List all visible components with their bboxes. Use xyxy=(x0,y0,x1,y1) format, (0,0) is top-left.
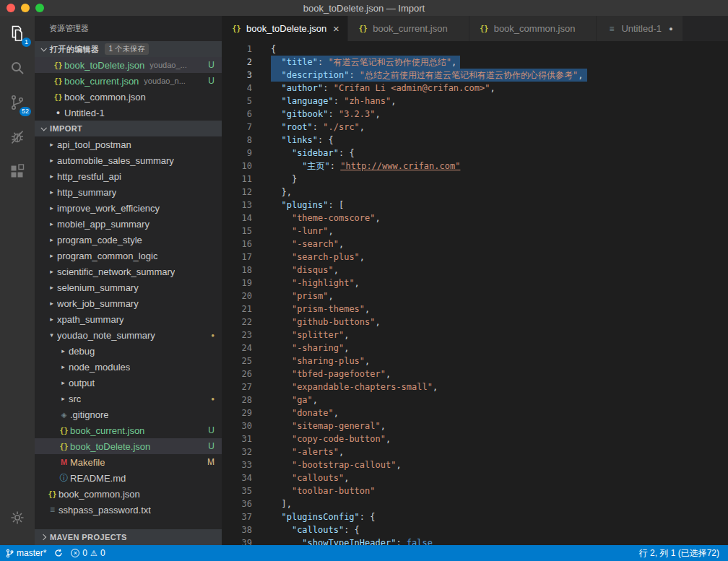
line-number[interactable]: 23 xyxy=(222,329,252,342)
tree-folder-automobile_sales_summary[interactable]: ▸automobile_sales_summary xyxy=(35,152,222,168)
line-number[interactable]: 32 xyxy=(222,445,252,458)
code-line[interactable]: 23 "splitter", xyxy=(222,329,728,342)
tree-folder-output[interactable]: ▸output xyxy=(35,375,222,391)
tree-folder-improve_work_efficiency[interactable]: ▸improve_work_efficiency xyxy=(35,200,222,216)
line-number[interactable]: 28 xyxy=(222,393,252,406)
tree-file-book_toDelete.json[interactable]: {}book_toDelete.jsonU xyxy=(35,438,222,454)
line-number[interactable]: 5 xyxy=(222,95,252,108)
code-line[interactable]: 32 "-alerts", xyxy=(222,445,728,458)
tab-Untitled-1[interactable]: ≡Untitled-1● xyxy=(597,16,683,41)
tab-book_toDelete.json[interactable]: {}book_toDelete.json× xyxy=(222,16,348,41)
zoom-window-button[interactable] xyxy=(35,4,44,12)
minimize-window-button[interactable] xyxy=(21,4,30,12)
line-number[interactable]: 12 xyxy=(222,186,252,199)
line-number[interactable]: 36 xyxy=(222,497,252,510)
code-line[interactable]: 33 "-bootstrap-callout", xyxy=(222,458,728,471)
line-number[interactable]: 7 xyxy=(222,121,252,134)
line-number[interactable]: 13 xyxy=(222,199,252,212)
tree-file-book_current.json[interactable]: {}book_current.jsonU xyxy=(35,422,222,438)
open-editors-header[interactable]: 打开的编辑器 1 个未保存 xyxy=(35,41,222,57)
tree-folder-api_tool_postman[interactable]: ▸api_tool_postman xyxy=(35,136,222,152)
tree-folder-debug[interactable]: ▸debug xyxy=(35,343,222,359)
code-line[interactable]: 36 ], xyxy=(222,497,728,510)
code-line[interactable]: 21 "prism-themes", xyxy=(222,303,728,316)
code-line[interactable]: 31 "copy-code-button", xyxy=(222,432,728,445)
line-number[interactable]: 3 xyxy=(222,69,252,82)
tree-folder-http_restful_api[interactable]: ▸http_restful_api xyxy=(35,168,222,184)
code-line[interactable]: 30 "sitemap-general", xyxy=(222,419,728,432)
tree-file-Makefile[interactable]: MMakefileM xyxy=(35,454,222,470)
code-line[interactable]: 4 "author": "Crifan Li <admin@crifan.com… xyxy=(222,82,728,95)
problems-indicator[interactable]: × 0 ⚠ 0 xyxy=(71,548,105,558)
line-number[interactable]: 21 xyxy=(222,303,252,316)
tree-folder-youdao_note_summary[interactable]: ▾youdao_note_summary● xyxy=(35,327,222,343)
tree-folder-work_job_summary[interactable]: ▸work_job_summary xyxy=(35,295,222,311)
line-number[interactable]: 38 xyxy=(222,523,252,536)
line-number[interactable]: 6 xyxy=(222,108,252,121)
line-number[interactable]: 8 xyxy=(222,134,252,147)
tree-folder-program_common_logic[interactable]: ▸program_common_logic xyxy=(35,248,222,264)
sync-button[interactable] xyxy=(54,549,63,557)
code-editor[interactable]: 1{2 "title": "有道云笔记和云协作使用总结",3 "descript… xyxy=(222,41,728,545)
code-line[interactable]: 2 "title": "有道云笔记和云协作使用总结", xyxy=(222,56,728,69)
line-number[interactable]: 18 xyxy=(222,264,252,277)
line-number[interactable]: 33 xyxy=(222,458,252,471)
tree-folder-xpath_summary[interactable]: ▸xpath_summary xyxy=(35,311,222,327)
line-number[interactable]: 31 xyxy=(222,432,252,445)
tree-folder-http_summary[interactable]: ▸http_summary xyxy=(35,184,222,200)
tab-close-button[interactable]: × xyxy=(330,22,342,35)
code-line[interactable]: 13 "plugins": [ xyxy=(222,199,728,212)
code-line[interactable]: 27 "expandable-chapters-small", xyxy=(222,380,728,393)
settings-gear-button[interactable] xyxy=(0,500,35,535)
code-line[interactable]: 37 "pluginsConfig": { xyxy=(222,510,728,523)
tree-folder-program_code_style[interactable]: ▸program_code_style xyxy=(35,232,222,248)
code-line[interactable]: 3 "description": "总结之前使用过有道云笔记和有道云协作的心得供… xyxy=(222,69,728,82)
line-number[interactable]: 24 xyxy=(222,342,252,355)
code-line[interactable]: 25 "sharing-plus", xyxy=(222,355,728,368)
code-line[interactable]: 26 "tbfed-pagefooter", xyxy=(222,368,728,380)
activity-explorer[interactable]: 1 xyxy=(0,16,35,51)
activity-search[interactable] xyxy=(0,51,35,85)
code-line[interactable]: 7 "root": "./src", xyxy=(222,121,728,134)
line-number[interactable]: 37 xyxy=(222,510,252,523)
line-number[interactable]: 15 xyxy=(222,225,252,238)
line-number[interactable]: 2 xyxy=(222,56,252,69)
line-number[interactable]: 19 xyxy=(222,277,252,290)
code-line[interactable]: 28 "ga", xyxy=(222,393,728,406)
code-line[interactable]: 14 "theme-comscore", xyxy=(222,212,728,225)
code-line[interactable]: 9 "sidebar": { xyxy=(222,147,728,160)
open-editor-item[interactable]: ●Untitled-1 xyxy=(35,105,222,121)
line-number[interactable]: 27 xyxy=(222,380,252,393)
open-editor-item[interactable]: {}book_toDelete.jsonyoudao_...U xyxy=(35,57,222,73)
code-line[interactable]: 39 "showTypeInHeader": false xyxy=(222,536,728,545)
code-line[interactable]: 12 }, xyxy=(222,186,728,199)
tab-dirty-indicator[interactable]: ● xyxy=(665,25,677,32)
open-editor-item[interactable]: {}book_common.json xyxy=(35,89,222,105)
code-line[interactable]: 34 "callouts", xyxy=(222,471,728,484)
tree-file-README.md[interactable]: ⓘREADME.md xyxy=(35,470,222,486)
code-line[interactable]: 15 "-lunr", xyxy=(222,225,728,238)
line-number[interactable]: 14 xyxy=(222,212,252,225)
code-line[interactable]: 20 "prism", xyxy=(222,290,728,303)
line-number[interactable]: 26 xyxy=(222,368,252,380)
line-number[interactable]: 29 xyxy=(222,406,252,419)
code-line[interactable]: 38 "callouts": { xyxy=(222,523,728,536)
code-line[interactable]: 5 "language": "zh-hans", xyxy=(222,95,728,108)
code-line[interactable]: 6 "gitbook": "3.2.3", xyxy=(222,108,728,121)
code-line[interactable]: 16 "-search", xyxy=(222,238,728,251)
titlebar[interactable]: book_toDelete.json — Import xyxy=(0,0,728,16)
code-line[interactable]: 17 "search-plus", xyxy=(222,251,728,264)
code-line[interactable]: 18 "disqus", xyxy=(222,264,728,277)
code-line[interactable]: 22 "github-buttons", xyxy=(222,316,728,329)
line-number[interactable]: 4 xyxy=(222,82,252,95)
tree-folder-src[interactable]: ▸src● xyxy=(35,391,222,406)
line-number[interactable]: 16 xyxy=(222,238,252,251)
tab-book_current.json[interactable]: {}book_current.json xyxy=(348,16,469,41)
tree-folder-mobiel_app_summary[interactable]: ▸mobiel_app_summary xyxy=(35,216,222,232)
close-window-button[interactable] xyxy=(6,4,15,12)
line-number[interactable]: 10 xyxy=(222,160,252,173)
code-line[interactable]: 1{ xyxy=(222,43,728,56)
line-number[interactable]: 39 xyxy=(222,536,252,545)
code-line[interactable]: 35 "toolbar-button" xyxy=(222,484,728,497)
line-number[interactable]: 34 xyxy=(222,471,252,484)
